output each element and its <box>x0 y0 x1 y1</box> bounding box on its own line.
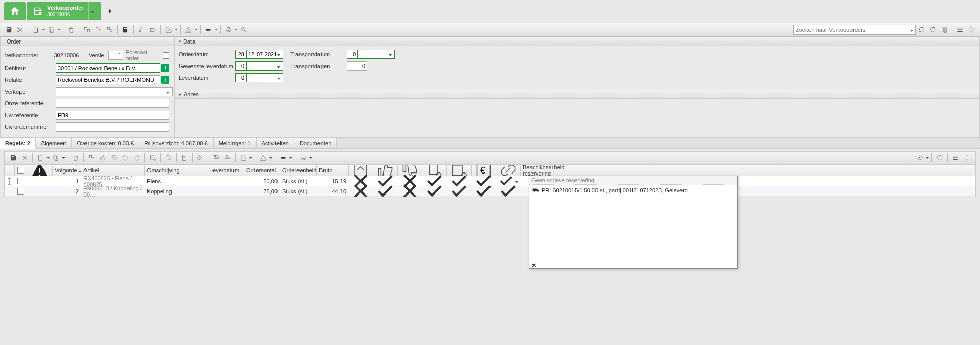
new-doc-dropdown[interactable] <box>41 29 46 30</box>
row-checkbox[interactable] <box>15 177 27 185</box>
search-icon[interactable] <box>239 25 249 35</box>
export-icon[interactable] <box>163 25 174 35</box>
grid-copydoc-icon[interactable] <box>87 153 97 163</box>
cut-icon[interactable] <box>15 25 25 35</box>
breadcrumb-dropdown[interactable] <box>88 2 95 20</box>
input-transdagen[interactable] <box>347 61 367 71</box>
grid-shelf2-icon[interactable] <box>222 153 232 163</box>
verkoper-dropdown-icon[interactable] <box>165 89 169 95</box>
grid-tag-icon[interactable] <box>278 153 288 163</box>
grid-thumbup-icon[interactable] <box>98 153 108 163</box>
header-bruto[interactable]: Bruto <box>317 165 349 176</box>
grid-datesearch-icon[interactable] <box>147 153 158 163</box>
grid-tag-dropdown[interactable] <box>289 157 293 159</box>
cell-link-icon[interactable] <box>496 180 521 197</box>
table-row[interactable]: 2F9006010 / Koppeling / 90…Koppeling75,0… <box>5 186 975 197</box>
input-orderwk[interactable] <box>235 50 246 59</box>
input-gewenste-wk[interactable] <box>235 61 246 71</box>
grid-doc-icon[interactable] <box>179 153 189 163</box>
grid-cut-icon[interactable] <box>19 153 30 163</box>
header-warning-icon[interactable] <box>27 165 53 176</box>
header-volgorde[interactable]: Volgorde <box>53 165 81 176</box>
delete-icon[interactable] <box>66 25 76 35</box>
grid-copy-dropdown[interactable] <box>61 157 66 159</box>
save-icon[interactable] <box>4 25 14 35</box>
grid-thumbdown-icon[interactable] <box>109 153 119 163</box>
tab-overigekosten[interactable]: Overige kosten: 0,00 € <box>72 138 139 148</box>
warning-icon[interactable] <box>183 25 194 35</box>
toolbar-icon-4[interactable] <box>120 25 131 35</box>
grid-new-icon[interactable] <box>35 153 46 163</box>
search-input[interactable] <box>793 25 916 35</box>
grid-save-icon[interactable] <box>8 153 18 163</box>
copy-icon[interactable] <box>46 25 56 35</box>
toolbar-icon-5[interactable] <box>136 25 146 35</box>
input-onzeref[interactable] <box>56 99 169 108</box>
gewenste-dropdown-icon[interactable] <box>276 63 280 69</box>
print-icon[interactable] <box>223 25 233 35</box>
home-button[interactable] <box>4 2 26 20</box>
grid-attach-icon[interactable] <box>195 153 205 163</box>
toolbar-icon-3[interactable] <box>104 25 115 35</box>
warning-dropdown[interactable] <box>194 29 198 30</box>
grid-copy-icon[interactable] <box>51 153 61 163</box>
grid-warning-dropdown[interactable] <box>269 157 273 159</box>
header-orderaantal[interactable]: Orderaantal <box>244 165 280 176</box>
input-uwref[interactable] <box>56 111 169 120</box>
popup-row[interactable]: PR: 60210015/1 50,00 st., partij 001I210… <box>531 187 735 194</box>
header-omschrijving[interactable]: Omschrijving <box>145 165 207 176</box>
tab-algemeen[interactable]: Algemeen <box>36 138 72 148</box>
grid-undo-icon[interactable] <box>120 153 131 163</box>
tab-meldingen[interactable]: Meldingen: 1 <box>214 138 257 148</box>
panel-order-header[interactable]: Order <box>1 37 174 46</box>
panel-adres-header[interactable]: Adres <box>175 90 979 99</box>
grid-redo-icon[interactable] <box>132 153 142 163</box>
input-debiteur[interactable] <box>56 63 160 73</box>
header-leverdatum[interactable]: Leverdatum <box>207 165 244 176</box>
tab-regels[interactable]: Regels: 2 <box>0 138 36 149</box>
grid-shelf-icon[interactable] <box>211 153 221 163</box>
grid-eye-icon[interactable] <box>914 153 925 163</box>
export-dropdown[interactable] <box>174 29 178 30</box>
trans-dropdown-icon[interactable] <box>388 51 392 57</box>
grid-export-dropdown[interactable] <box>249 157 253 159</box>
input-trans-wk[interactable] <box>347 50 358 59</box>
copy-dropdown[interactable] <box>57 29 61 30</box>
header-ordereenheid[interactable]: Ordereenheid <box>280 165 317 176</box>
tree-icon[interactable] <box>939 25 949 35</box>
grid-menu-icon[interactable] <box>950 153 961 163</box>
info-relatie-icon[interactable] <box>161 76 169 84</box>
breadcrumb-verkooporder[interactable]: Verkooporder 30210006 <box>27 2 101 20</box>
grid-recycle-icon[interactable] <box>962 153 972 163</box>
grid-new-dropdown[interactable] <box>46 157 50 159</box>
toolbar-icon-2[interactable] <box>93 25 103 35</box>
grid-print-icon[interactable] <box>298 153 308 163</box>
lever-dropdown-icon[interactable] <box>276 75 280 81</box>
search-dropdown-icon[interactable] <box>909 27 913 33</box>
grid-reload-icon[interactable]: ? <box>163 153 174 163</box>
input-uwordnr[interactable] <box>56 122 169 132</box>
input-verkoper[interactable] <box>56 87 173 96</box>
orderdate-dropdown-icon[interactable] <box>276 51 280 57</box>
header-beschikbaarheid[interactable]: Beschikbaarheid reservering <box>521 165 592 176</box>
grid-refresh-icon[interactable] <box>934 153 945 163</box>
grid-warning-icon[interactable] <box>258 153 268 163</box>
tab-prijsoverzicht[interactable]: Prijsoverzicht: 4.067,00 € <box>139 138 214 148</box>
new-doc-icon[interactable] <box>31 25 41 35</box>
grid-print-dropdown[interactable] <box>309 157 313 159</box>
tab-activiteiten[interactable]: Activiteiten <box>257 138 294 148</box>
input-lever-wk[interactable] <box>235 73 246 82</box>
checkbox-forecast[interactable] <box>163 52 169 59</box>
refresh-add-icon[interactable] <box>928 25 938 35</box>
menu-icon[interactable] <box>955 25 965 35</box>
breadcrumb-next-icon[interactable] <box>102 2 118 20</box>
toolbar-icon-1[interactable] <box>82 25 92 35</box>
recycle-icon[interactable] <box>966 25 976 35</box>
row-checkbox[interactable] <box>15 187 27 196</box>
refresh-forward-icon[interactable] <box>917 25 927 35</box>
grid-eye-dropdown[interactable] <box>925 157 929 159</box>
header-checkbox[interactable] <box>15 165 27 176</box>
header-index[interactable] <box>5 165 15 176</box>
print-dropdown[interactable] <box>234 29 238 30</box>
search-field[interactable] <box>796 27 909 33</box>
